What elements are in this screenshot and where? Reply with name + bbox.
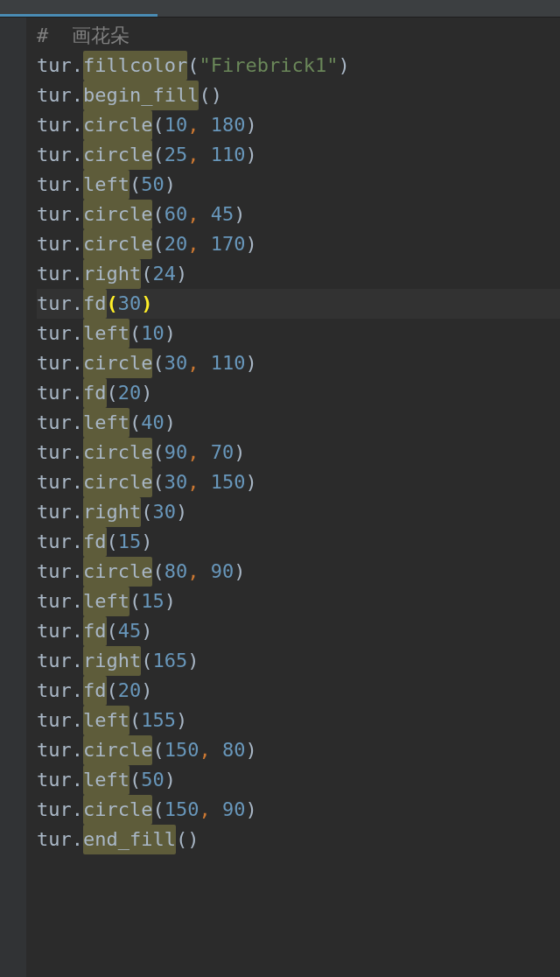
code-line[interactable]: tur.circle(30, 110) [37, 348, 560, 378]
code-line[interactable]: tur.fillcolor("Firebrick1") [37, 51, 560, 81]
code-line[interactable]: tur.circle(60, 45) [37, 200, 560, 229]
editor-tab-bar[interactable] [0, 0, 560, 18]
code-line[interactable]: # 画花朵 [37, 21, 560, 51]
code-line[interactable]: tur.right(30) [37, 497, 560, 527]
number-literal: 165 [152, 646, 187, 676]
number-literal: 110 [211, 348, 246, 378]
dot: . [72, 616, 83, 646]
code-line[interactable]: tur.left(10) [37, 319, 560, 348]
code-line[interactable]: tur.left(50) [37, 170, 560, 200]
close-paren: ) [176, 706, 187, 735]
code-line[interactable]: tur.circle(150, 90) [37, 795, 560, 825]
object-ref: tur [37, 676, 72, 706]
space [199, 110, 210, 140]
close-paren: ) [164, 587, 176, 616]
number-literal: 45 [118, 616, 142, 646]
code-area[interactable]: # 画花朵tur.fillcolor("Firebrick1")tur.begi… [26, 18, 560, 977]
open-paren: ( [187, 51, 199, 81]
number-literal: 50 [141, 765, 164, 795]
dot: . [72, 408, 83, 438]
dot: . [72, 140, 83, 170]
dot: . [72, 795, 83, 825]
code-line[interactable]: tur.begin_fill() [37, 81, 560, 110]
close-paren: ) [245, 140, 256, 170]
code-line[interactable]: tur.circle(90, 70) [37, 438, 560, 467]
dot: . [72, 259, 83, 289]
code-line[interactable]: tur.fd(30) [37, 289, 560, 319]
code-line[interactable]: tur.circle(25, 110) [37, 140, 560, 170]
open-paren: ( [107, 378, 118, 408]
code-line[interactable]: tur.fd(20) [37, 676, 560, 706]
object-ref: tur [37, 765, 72, 795]
close-paren: ) [245, 348, 256, 378]
code-line[interactable]: tur.circle(150, 80) [37, 735, 560, 765]
dot: . [72, 497, 83, 527]
code-line[interactable]: tur.right(24) [37, 259, 560, 289]
dot: . [72, 765, 83, 795]
method-name: end_fill [83, 825, 176, 854]
code-line[interactable]: tur.left(15) [37, 587, 560, 616]
comma: , [187, 200, 199, 229]
code-line[interactable]: tur.left(40) [37, 408, 560, 438]
close-paren: ) [176, 259, 187, 289]
object-ref: tur [37, 408, 72, 438]
dot: . [72, 378, 83, 408]
dot: . [72, 587, 83, 616]
code-editor[interactable]: # 画花朵tur.fillcolor("Firebrick1")tur.begi… [0, 18, 560, 977]
number-literal: 15 [118, 527, 142, 557]
object-ref: tur [37, 229, 72, 259]
open-paren: ( [130, 170, 141, 200]
number-literal: 25 [164, 140, 188, 170]
dot: . [72, 735, 83, 765]
code-line[interactable]: tur.circle(10, 180) [37, 110, 560, 140]
open-paren: ( [152, 110, 164, 140]
open-paren: ( [152, 438, 164, 467]
object-ref: tur [37, 795, 72, 825]
close-paren: ) [187, 646, 199, 676]
object-ref: tur [37, 200, 72, 229]
close-paren: ) [234, 438, 245, 467]
method-name: circle [83, 229, 152, 259]
close-paren: ) [141, 289, 152, 319]
code-line[interactable]: tur.circle(20, 170) [37, 229, 560, 259]
code-line[interactable]: tur.circle(30, 150) [37, 467, 560, 497]
space [199, 348, 210, 378]
dot: . [72, 467, 83, 497]
dot: . [72, 319, 83, 348]
method-name: fd [83, 616, 107, 646]
method-name: left [83, 706, 130, 735]
dot: . [72, 229, 83, 259]
method-name: fd [83, 378, 107, 408]
comma: , [199, 795, 210, 825]
open-paren: ( [130, 706, 141, 735]
object-ref: tur [37, 348, 72, 378]
space [199, 557, 210, 587]
code-line[interactable]: tur.right(165) [37, 646, 560, 676]
method-name: circle [83, 735, 152, 765]
method-name: left [83, 319, 130, 348]
object-ref: tur [37, 557, 72, 587]
dot: . [72, 170, 83, 200]
open-paren: ( [130, 319, 141, 348]
object-ref: tur [37, 170, 72, 200]
open-paren: ( [130, 408, 141, 438]
code-line[interactable]: tur.left(50) [37, 765, 560, 795]
method-name: right [83, 259, 141, 289]
number-literal: 70 [211, 438, 234, 467]
close-paren: ) [245, 110, 256, 140]
close-paren: ) [141, 676, 152, 706]
object-ref: tur [37, 467, 72, 497]
number-literal: 90 [222, 795, 246, 825]
number-literal: 110 [211, 140, 246, 170]
open-paren: ( [107, 527, 118, 557]
dot: . [72, 676, 83, 706]
code-line[interactable]: tur.end_fill() [37, 825, 560, 854]
space [199, 467, 210, 497]
code-line[interactable]: tur.left(155) [37, 706, 560, 735]
number-literal: 155 [141, 706, 176, 735]
code-line[interactable]: tur.fd(15) [37, 527, 560, 557]
comma: , [187, 229, 199, 259]
code-line[interactable]: tur.fd(45) [37, 616, 560, 646]
code-line[interactable]: tur.circle(80, 90) [37, 557, 560, 587]
code-line[interactable]: tur.fd(20) [37, 378, 560, 408]
